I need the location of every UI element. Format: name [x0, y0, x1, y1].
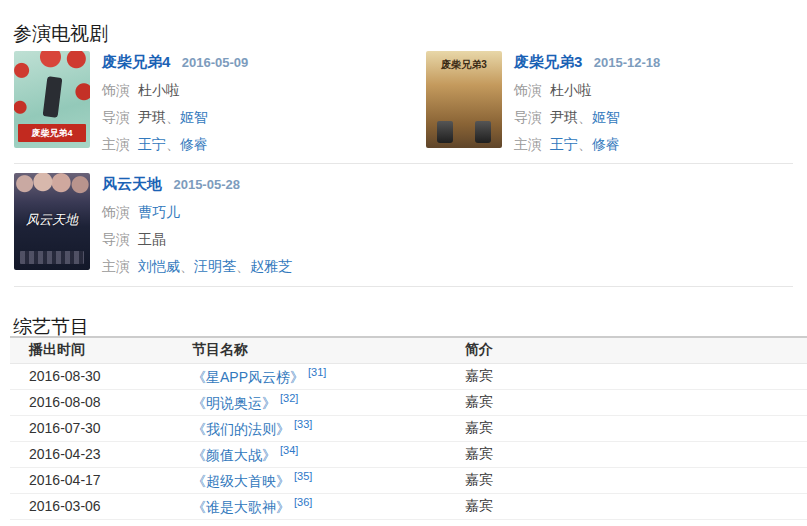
role-value: 曹巧儿 — [138, 204, 180, 220]
poster-feichaixiongdi3[interactable]: 废柴兄弟3 — [426, 51, 502, 148]
role-value: 杜小啦 — [550, 82, 592, 98]
person-link[interactable]: 曹巧儿 — [138, 204, 180, 220]
tv-director-line: 导演尹琪、姬智 — [514, 110, 660, 125]
star-value: 王宁、修睿 — [550, 136, 620, 152]
program-link[interactable]: 《超级大首映》 — [192, 472, 290, 488]
star-value: 王宁、修睿 — [138, 136, 208, 152]
table-row: 2016-08-30 《星APP风云榜》[31] 嘉宾 — [10, 363, 807, 389]
director-label: 导演 — [102, 109, 130, 125]
person-link[interactable]: 姬智 — [180, 109, 208, 125]
table-row: 2016-04-23 《颜值大战》[34] 嘉宾 — [10, 441, 807, 467]
table-row: 2016-04-17 《超级大首映》[35] 嘉宾 — [10, 467, 807, 493]
air-date: 2016-08-30 — [10, 363, 192, 389]
air-date: 2016-08-08 — [10, 389, 192, 415]
header-air-date: 播出时间 — [10, 337, 192, 363]
person-link[interactable]: 汪明荃 — [194, 258, 236, 274]
reference-link[interactable]: [33] — [294, 418, 312, 430]
director-label: 导演 — [514, 109, 542, 125]
table-row: 2016-03-06 《谁是大歌神》[36] 嘉宾 — [10, 493, 807, 519]
person-link[interactable]: 姬智 — [592, 109, 620, 125]
poster-title-text: 废柴兄弟3 — [426, 58, 502, 72]
air-date: 2016-04-23 — [10, 441, 192, 467]
tv-drama-item: 废柴兄弟3 废柴兄弟3 2015-12-18 饰演杜小啦 导演尹琪、姬智 主演王… — [426, 51, 660, 152]
star-label: 主演 — [102, 136, 130, 152]
tv-item-info: 废柴兄弟4 2016-05-09 饰演杜小啦 导演尹琪、姬智 主演王宁、修睿 — [102, 51, 248, 152]
brief: 嘉宾 — [465, 389, 807, 415]
person-link[interactable]: 修睿 — [180, 136, 208, 152]
reference-link[interactable]: [35] — [294, 470, 312, 482]
tv-item-info: 废柴兄弟3 2015-12-18 饰演杜小啦 导演尹琪、姬智 主演王宁、修睿 — [514, 51, 660, 152]
tv-director-line: 导演尹琪、姬智 — [102, 110, 248, 125]
name-separator: 、 — [578, 136, 592, 152]
row-divider — [14, 163, 793, 164]
director-value: 尹琪、姬智 — [550, 109, 620, 125]
director-value: 王晶 — [138, 231, 166, 247]
tv-section-title: 参演电视剧 — [13, 23, 108, 45]
role-value: 杜小啦 — [138, 82, 180, 98]
program-link[interactable]: 《谁是大歌神》 — [192, 498, 290, 514]
program-link[interactable]: 《星APP风云榜》 — [192, 368, 304, 384]
table-row: 2016-07-30 《我们的法则》[33] 嘉宾 — [10, 415, 807, 441]
poster-banner-text: 废柴兄弟4 — [18, 124, 86, 142]
tv-star-line: 主演王宁、修睿 — [102, 137, 248, 152]
star-value: 刘恺威、汪明荃、赵雅芝 — [138, 258, 292, 274]
variety-table-container: 播出时间 节目名称 简介 2016-08-30 《星APP风云榜》[31] 嘉宾… — [10, 336, 807, 520]
tv-star-line: 主演刘恺威、汪明荃、赵雅芝 — [102, 259, 292, 274]
brief: 嘉宾 — [465, 441, 807, 467]
air-date: 2016-07-30 — [10, 415, 192, 441]
person-name: 尹琪 — [550, 109, 578, 125]
tv-role-line: 饰演杜小啦 — [514, 83, 660, 98]
person-link[interactable]: 修睿 — [592, 136, 620, 152]
person-name: 王晶 — [138, 231, 166, 247]
role-label: 饰演 — [102, 204, 130, 220]
program-link[interactable]: 《明说奥运》 — [192, 394, 276, 410]
person-link[interactable]: 赵雅芝 — [250, 258, 292, 274]
program-link[interactable]: 《我们的法则》 — [192, 420, 290, 436]
person-link[interactable]: 刘恺威 — [138, 258, 180, 274]
tv-drama-item: 废柴兄弟4 废柴兄弟4 2016-05-09 饰演杜小啦 导演尹琪、姬智 主演王… — [14, 51, 248, 152]
tv-release-date: 2015-05-28 — [173, 177, 240, 192]
person-link[interactable]: 王宁 — [550, 136, 578, 152]
role-label: 饰演 — [102, 82, 130, 98]
reference-link[interactable]: [36] — [294, 496, 312, 508]
tv-title-link[interactable]: 废柴兄弟3 — [514, 53, 582, 70]
person-name: 杜小啦 — [550, 82, 592, 98]
brief: 嘉宾 — [465, 415, 807, 441]
header-program-name: 节目名称 — [192, 337, 465, 363]
tv-role-line: 饰演曹巧儿 — [102, 205, 292, 220]
director-label: 导演 — [102, 231, 130, 247]
tv-title-link[interactable]: 废柴兄弟4 — [102, 53, 170, 70]
name-separator: 、 — [236, 258, 250, 274]
section-divider — [14, 286, 793, 287]
variety-table: 播出时间 节目名称 简介 2016-08-30 《星APP风云榜》[31] 嘉宾… — [10, 336, 807, 520]
star-label: 主演 — [102, 258, 130, 274]
air-date: 2016-04-17 — [10, 467, 192, 493]
tv-release-date: 2016-05-09 — [182, 55, 249, 70]
poster-fengyuntiandi[interactable]: 风云天地 — [14, 173, 90, 270]
director-value: 尹琪、姬智 — [138, 109, 208, 125]
tv-role-line: 饰演杜小啦 — [102, 83, 248, 98]
name-separator: 、 — [166, 109, 180, 125]
tv-release-date: 2015-12-18 — [594, 55, 661, 70]
poster-title-text: 风云天地 — [14, 211, 90, 229]
reference-link[interactable]: [34] — [280, 444, 298, 456]
poster-feichaixiongdi4[interactable]: 废柴兄弟4 — [14, 51, 90, 148]
person-link[interactable]: 王宁 — [138, 136, 166, 152]
star-label: 主演 — [514, 136, 542, 152]
name-separator: 、 — [578, 109, 592, 125]
brief: 嘉宾 — [465, 363, 807, 389]
reference-link[interactable]: [32] — [280, 392, 298, 404]
tv-title-link[interactable]: 风云天地 — [102, 175, 162, 192]
tv-title-line: 风云天地 2015-05-28 — [102, 174, 292, 193]
program-link[interactable]: 《颜值大战》 — [192, 446, 276, 462]
table-row: 2016-08-08 《明说奥运》[32] 嘉宾 — [10, 389, 807, 415]
reference-link[interactable]: [31] — [308, 366, 326, 378]
tv-title-line: 废柴兄弟3 2015-12-18 — [514, 52, 660, 71]
header-brief: 简介 — [465, 337, 807, 363]
name-separator: 、 — [180, 258, 194, 274]
variety-section-title: 综艺节目 — [13, 316, 89, 338]
tv-director-line: 导演王晶 — [102, 232, 292, 247]
person-name: 尹琪 — [138, 109, 166, 125]
brief: 嘉宾 — [465, 493, 807, 519]
tv-drama-item: 风云天地 风云天地 2015-05-28 饰演曹巧儿 导演王晶 主演刘恺威、汪明… — [14, 173, 292, 274]
